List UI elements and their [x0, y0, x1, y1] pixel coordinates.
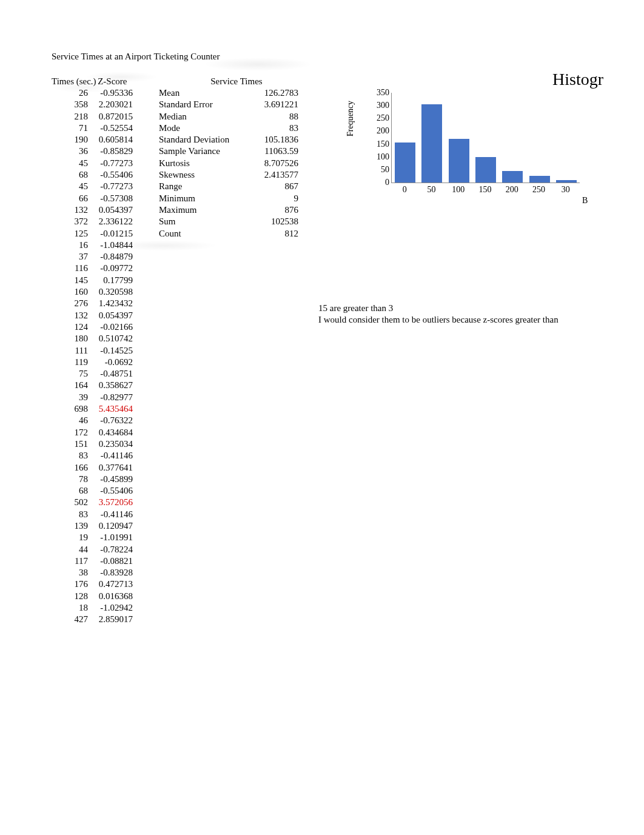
cell-zscore: 0.054397	[88, 310, 133, 321]
stats-label: Standard Error	[158, 99, 244, 110]
cell-time: 128	[52, 591, 88, 602]
data-table-header: Times (sec.) Z-Score	[52, 75, 158, 87]
cell-time: 151	[52, 438, 88, 450]
cell-time: 16	[52, 240, 88, 251]
histogram-xtick: 150	[476, 185, 494, 195]
cell-zscore: -0.48751	[88, 368, 133, 380]
cell-zscore: -0.55406	[88, 485, 133, 497]
cell-zscore: -0.08821	[88, 555, 133, 567]
cell-zscore: 0.377641	[88, 462, 133, 474]
stats-row: Standard Error3.691221	[158, 99, 340, 110]
stats-row: Standard Deviation105.1836	[158, 134, 340, 146]
cell-time: 116	[52, 263, 88, 274]
cell-time: 83	[52, 509, 88, 520]
table-row: 1390.120947	[52, 520, 158, 532]
table-row: 75-0.48751	[52, 368, 158, 380]
cell-time: 26	[52, 87, 88, 99]
cell-zscore: -0.01215	[88, 228, 133, 240]
table-row: 66-0.57308	[52, 193, 158, 204]
stats-label: Sample Variance	[158, 146, 244, 157]
cell-zscore: 2.203021	[88, 99, 133, 110]
cell-time: 176	[52, 578, 88, 590]
cell-time: 66	[52, 193, 88, 204]
cell-zscore: -0.02166	[88, 321, 133, 333]
cell-zscore: 0.016368	[88, 591, 133, 602]
table-row: 1450.17799	[52, 275, 158, 286]
cell-zscore: -0.83928	[88, 567, 133, 578]
cell-zscore: 0.054397	[88, 204, 133, 216]
cell-zscore: 0.17799	[88, 275, 133, 286]
stats-label: Mode	[158, 122, 244, 134]
cell-zscore: 0.510742	[88, 333, 133, 344]
histogram-ylabel: Frequency	[346, 101, 355, 136]
page-title: Service Times at an Airport Ticketing Co…	[52, 52, 644, 62]
histogram-ytick: 300	[370, 101, 389, 110]
table-row: 124-0.02166	[52, 321, 158, 333]
stats-value: 2.413577	[244, 169, 298, 181]
stats-value: 876	[244, 204, 298, 216]
cell-zscore: 0.320598	[88, 286, 133, 298]
cell-zscore: -0.0692	[88, 357, 133, 368]
stats-label: Maximum	[158, 204, 244, 216]
cell-time: 18	[52, 602, 88, 614]
table-row: 1760.472713	[52, 578, 158, 590]
cell-time: 68	[52, 485, 88, 497]
table-row: 1900.605814	[52, 134, 158, 146]
cell-time: 78	[52, 474, 88, 485]
histogram-plot	[391, 93, 580, 183]
header-times: Times (sec.)	[52, 75, 96, 87]
cell-zscore: -1.02942	[88, 602, 133, 614]
stats-row: Sample Variance11063.59	[158, 146, 340, 157]
cell-zscore: 0.120947	[88, 520, 133, 532]
histogram-ytick: 250	[370, 113, 389, 123]
cell-zscore: 2.859017	[88, 614, 133, 625]
cell-time: 164	[52, 380, 88, 391]
cell-time: 132	[52, 204, 88, 216]
cell-time: 276	[52, 298, 88, 309]
note-line-2: I would consider them to be outliers bec…	[318, 314, 558, 326]
cell-time: 44	[52, 544, 88, 555]
table-row: 125-0.01215	[52, 228, 158, 240]
cell-zscore: 0.235034	[88, 438, 133, 450]
stats-value: 88	[244, 111, 298, 122]
table-row: 26-0.95336	[52, 87, 158, 99]
cell-time: 166	[52, 462, 88, 474]
histogram-xticks: 05010015020025030	[391, 185, 585, 196]
cell-time: 427	[52, 614, 88, 625]
table-row: 1510.235034	[52, 438, 158, 450]
stats-row: Mean126.2783	[158, 87, 340, 99]
cell-zscore: -0.52554	[88, 122, 133, 134]
histogram-ytick: 100	[370, 152, 389, 162]
histogram-xtick: 50	[422, 185, 440, 195]
histogram-bar	[421, 104, 442, 183]
table-row: 16-1.04844	[52, 240, 158, 251]
stats-row: Sum102538	[158, 216, 340, 227]
table-row: 3582.203021	[52, 99, 158, 110]
cell-zscore: 0.434684	[88, 427, 133, 438]
table-row: 45-0.77273	[52, 158, 158, 169]
data-table: Times (sec.) Z-Score 26-0.953363582.2030…	[52, 75, 158, 626]
stats-row: Range867	[158, 181, 340, 192]
cell-zscore: -0.41146	[88, 509, 133, 520]
table-row: 111-0.14525	[52, 345, 158, 357]
cell-time: 358	[52, 99, 88, 110]
cell-zscore: 0.472713	[88, 578, 133, 590]
stats-value: 83	[244, 122, 298, 134]
table-row: 68-0.55406	[52, 169, 158, 181]
stats-label: Sum	[158, 216, 244, 227]
cell-time: 71	[52, 122, 88, 134]
cell-time: 502	[52, 497, 88, 508]
table-row: 1720.434684	[52, 427, 158, 438]
cell-time: 172	[52, 427, 88, 438]
table-row: 2180.872015	[52, 111, 158, 122]
stats-row: Minimum9	[158, 193, 340, 204]
table-row: 1600.320598	[52, 286, 158, 298]
table-row: 46-0.76322	[52, 415, 158, 426]
cell-time: 83	[52, 450, 88, 461]
cell-zscore: -0.14525	[88, 345, 133, 357]
cell-time: 117	[52, 555, 88, 567]
cell-zscore: 0.605814	[88, 134, 133, 146]
cell-time: 125	[52, 228, 88, 240]
table-row: 37-0.84879	[52, 251, 158, 263]
cell-zscore: -1.01991	[88, 532, 133, 543]
